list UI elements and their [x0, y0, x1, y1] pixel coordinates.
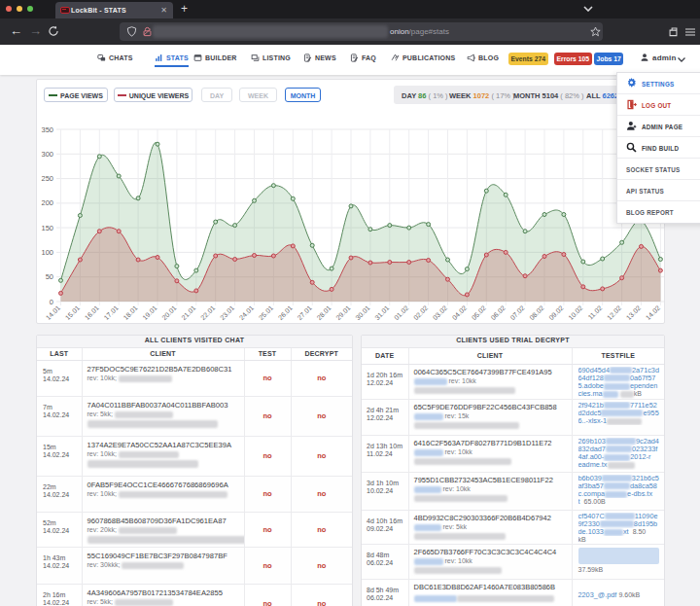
svg-text:28.01: 28.01: [315, 304, 332, 321]
svg-text:24.01: 24.01: [238, 304, 255, 321]
svg-text:06.02: 06.02: [490, 304, 507, 321]
svg-text:23.01: 23.01: [219, 304, 235, 321]
svg-text:03.02: 03.02: [432, 304, 448, 321]
svg-text:30.01: 30.01: [354, 304, 370, 321]
svg-text:31.01: 31.01: [373, 304, 390, 321]
svg-text:25.01: 25.01: [258, 304, 274, 321]
svg-text:27.01: 27.01: [297, 304, 313, 321]
svg-text:04.02: 04.02: [451, 304, 468, 321]
svg-text:17.01: 17.01: [103, 304, 120, 321]
svg-text:18.01: 18.01: [122, 304, 138, 321]
svg-text:08.02: 08.02: [528, 304, 544, 321]
svg-text:150: 150: [41, 224, 53, 232]
svg-text:0: 0: [50, 298, 53, 306]
svg-text:20.01: 20.01: [160, 304, 177, 321]
svg-text:50: 50: [46, 272, 53, 281]
svg-text:16.01: 16.01: [84, 304, 100, 321]
svg-text:200: 200: [41, 198, 53, 207]
svg-text:07.02: 07.02: [508, 304, 525, 321]
svg-text:26.01: 26.01: [277, 304, 294, 321]
svg-text:14.01: 14.01: [45, 304, 61, 321]
svg-text:05.02: 05.02: [471, 304, 487, 321]
svg-text:02.02: 02.02: [412, 304, 429, 321]
svg-text:09.02: 09.02: [547, 304, 564, 321]
svg-text:10.02: 10.02: [567, 304, 583, 321]
svg-text:19.01: 19.01: [141, 304, 158, 321]
svg-text:29.01: 29.01: [334, 304, 351, 321]
svg-text:300: 300: [41, 150, 53, 159]
svg-text:350: 350: [41, 125, 53, 134]
svg-text:100: 100: [41, 248, 53, 257]
svg-text:22.01: 22.01: [199, 304, 216, 321]
svg-text:13.02: 13.02: [625, 304, 642, 321]
svg-text:21.01: 21.01: [180, 304, 196, 321]
svg-text:15.01: 15.01: [64, 304, 81, 321]
svg-text:12.02: 12.02: [606, 304, 622, 321]
svg-text:250: 250: [41, 174, 53, 183]
svg-text:14.02: 14.02: [645, 304, 661, 321]
svg-text:01.02: 01.02: [393, 304, 409, 321]
svg-text:11.02: 11.02: [586, 304, 603, 321]
